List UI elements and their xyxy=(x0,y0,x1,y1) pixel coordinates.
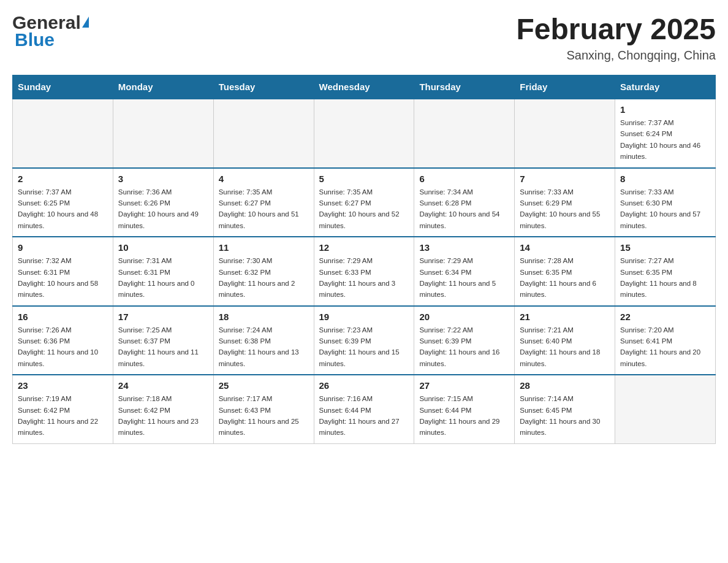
table-row xyxy=(414,99,515,168)
day-number: 24 xyxy=(118,380,208,391)
day-number: 15 xyxy=(620,242,710,253)
day-number: 23 xyxy=(18,380,108,391)
day-number: 21 xyxy=(520,312,610,322)
table-row: 5Sunrise: 7:35 AMSunset: 6:27 PMDaylight… xyxy=(314,168,414,237)
day-info: Sunrise: 7:29 AMSunset: 6:34 PMDaylight:… xyxy=(419,255,509,301)
page-header: General Blue February 2025 Sanxing, Chon… xyxy=(12,12,716,63)
table-row xyxy=(113,99,213,168)
day-number: 8 xyxy=(620,174,710,184)
day-info: Sunrise: 7:34 AMSunset: 6:28 PMDaylight:… xyxy=(419,186,509,232)
table-row: 16Sunrise: 7:26 AMSunset: 6:36 PMDayligh… xyxy=(13,306,113,375)
day-info: Sunrise: 7:35 AMSunset: 6:27 PMDaylight:… xyxy=(219,186,309,232)
day-info: Sunrise: 7:33 AMSunset: 6:29 PMDaylight:… xyxy=(520,186,610,232)
week-row-4: 16Sunrise: 7:26 AMSunset: 6:36 PMDayligh… xyxy=(13,306,716,375)
day-number: 26 xyxy=(319,380,409,391)
col-saturday: Saturday xyxy=(615,75,716,99)
table-row: 6Sunrise: 7:34 AMSunset: 6:28 PMDaylight… xyxy=(414,168,515,237)
logo-blue-text: Blue xyxy=(12,29,55,50)
day-info: Sunrise: 7:23 AMSunset: 6:39 PMDaylight:… xyxy=(319,324,409,370)
day-number: 12 xyxy=(319,242,409,253)
day-info: Sunrise: 7:37 AMSunset: 6:25 PMDaylight:… xyxy=(18,186,108,232)
week-row-2: 2Sunrise: 7:37 AMSunset: 6:25 PMDaylight… xyxy=(13,168,716,237)
day-info: Sunrise: 7:20 AMSunset: 6:41 PMDaylight:… xyxy=(620,324,710,370)
day-info: Sunrise: 7:26 AMSunset: 6:36 PMDaylight:… xyxy=(18,324,108,370)
table-row: 24Sunrise: 7:18 AMSunset: 6:42 PMDayligh… xyxy=(113,375,213,443)
day-info: Sunrise: 7:18 AMSunset: 6:42 PMDaylight:… xyxy=(118,393,208,439)
day-number: 4 xyxy=(219,174,309,184)
day-number: 27 xyxy=(419,380,509,391)
table-row: 19Sunrise: 7:23 AMSunset: 6:39 PMDayligh… xyxy=(314,306,414,375)
day-number: 10 xyxy=(118,242,208,253)
day-info: Sunrise: 7:32 AMSunset: 6:31 PMDaylight:… xyxy=(18,255,108,301)
day-number: 14 xyxy=(520,242,610,253)
col-friday: Friday xyxy=(515,75,615,99)
table-row: 4Sunrise: 7:35 AMSunset: 6:27 PMDaylight… xyxy=(213,168,314,237)
table-row: 26Sunrise: 7:16 AMSunset: 6:44 PMDayligh… xyxy=(314,375,414,443)
day-number: 5 xyxy=(319,174,409,184)
table-row: 25Sunrise: 7:17 AMSunset: 6:43 PMDayligh… xyxy=(213,375,314,443)
day-info: Sunrise: 7:33 AMSunset: 6:30 PMDaylight:… xyxy=(620,186,710,232)
day-info: Sunrise: 7:37 AMSunset: 6:24 PMDaylight:… xyxy=(620,117,710,163)
day-info: Sunrise: 7:21 AMSunset: 6:40 PMDaylight:… xyxy=(520,324,610,370)
table-row: 9Sunrise: 7:32 AMSunset: 6:31 PMDaylight… xyxy=(13,237,113,306)
day-info: Sunrise: 7:17 AMSunset: 6:43 PMDaylight:… xyxy=(219,393,309,439)
day-info: Sunrise: 7:29 AMSunset: 6:33 PMDaylight:… xyxy=(319,255,409,301)
table-row: 17Sunrise: 7:25 AMSunset: 6:37 PMDayligh… xyxy=(113,306,213,375)
day-number: 11 xyxy=(219,242,309,253)
table-row xyxy=(13,99,113,168)
day-info: Sunrise: 7:30 AMSunset: 6:32 PMDaylight:… xyxy=(219,255,309,301)
day-info: Sunrise: 7:16 AMSunset: 6:44 PMDaylight:… xyxy=(319,393,409,439)
day-info: Sunrise: 7:24 AMSunset: 6:38 PMDaylight:… xyxy=(219,324,309,370)
table-row: 13Sunrise: 7:29 AMSunset: 6:34 PMDayligh… xyxy=(414,237,515,306)
day-info: Sunrise: 7:31 AMSunset: 6:31 PMDaylight:… xyxy=(118,255,208,301)
day-number: 1 xyxy=(620,104,710,115)
table-row: 11Sunrise: 7:30 AMSunset: 6:32 PMDayligh… xyxy=(213,237,314,306)
location-subtitle: Sanxing, Chongqing, China xyxy=(516,48,716,63)
table-row xyxy=(213,99,314,168)
day-number: 9 xyxy=(18,242,108,253)
day-info: Sunrise: 7:27 AMSunset: 6:35 PMDaylight:… xyxy=(620,255,710,301)
day-number: 3 xyxy=(118,174,208,184)
day-number: 6 xyxy=(419,174,509,184)
week-row-5: 23Sunrise: 7:19 AMSunset: 6:42 PMDayligh… xyxy=(13,375,716,443)
day-info: Sunrise: 7:19 AMSunset: 6:42 PMDaylight:… xyxy=(18,393,108,439)
table-row: 7Sunrise: 7:33 AMSunset: 6:29 PMDaylight… xyxy=(515,168,615,237)
day-number: 2 xyxy=(18,174,108,184)
day-info: Sunrise: 7:25 AMSunset: 6:37 PMDaylight:… xyxy=(118,324,208,370)
table-row: 12Sunrise: 7:29 AMSunset: 6:33 PMDayligh… xyxy=(314,237,414,306)
table-row: 23Sunrise: 7:19 AMSunset: 6:42 PMDayligh… xyxy=(13,375,113,443)
table-row: 8Sunrise: 7:33 AMSunset: 6:30 PMDaylight… xyxy=(615,168,716,237)
table-row xyxy=(314,99,414,168)
day-info: Sunrise: 7:15 AMSunset: 6:44 PMDaylight:… xyxy=(419,393,509,439)
table-row xyxy=(615,375,716,443)
table-row xyxy=(515,99,615,168)
day-number: 19 xyxy=(319,312,409,322)
table-row: 3Sunrise: 7:36 AMSunset: 6:26 PMDaylight… xyxy=(113,168,213,237)
day-number: 20 xyxy=(419,312,509,322)
table-row: 20Sunrise: 7:22 AMSunset: 6:39 PMDayligh… xyxy=(414,306,515,375)
calendar-table: Sunday Monday Tuesday Wednesday Thursday… xyxy=(12,75,716,444)
col-sunday: Sunday xyxy=(13,75,113,99)
logo: General Blue xyxy=(12,12,89,50)
day-number: 7 xyxy=(520,174,610,184)
day-info: Sunrise: 7:36 AMSunset: 6:26 PMDaylight:… xyxy=(118,186,208,232)
day-number: 17 xyxy=(118,312,208,322)
day-number: 22 xyxy=(620,312,710,322)
table-row: 2Sunrise: 7:37 AMSunset: 6:25 PMDaylight… xyxy=(13,168,113,237)
day-info: Sunrise: 7:14 AMSunset: 6:45 PMDaylight:… xyxy=(520,393,610,439)
table-row: 18Sunrise: 7:24 AMSunset: 6:38 PMDayligh… xyxy=(213,306,314,375)
table-row: 14Sunrise: 7:28 AMSunset: 6:35 PMDayligh… xyxy=(515,237,615,306)
day-info: Sunrise: 7:35 AMSunset: 6:27 PMDaylight:… xyxy=(319,186,409,232)
day-number: 18 xyxy=(219,312,309,322)
week-row-3: 9Sunrise: 7:32 AMSunset: 6:31 PMDaylight… xyxy=(13,237,716,306)
table-row: 27Sunrise: 7:15 AMSunset: 6:44 PMDayligh… xyxy=(414,375,515,443)
col-tuesday: Tuesday xyxy=(213,75,314,99)
table-row: 10Sunrise: 7:31 AMSunset: 6:31 PMDayligh… xyxy=(113,237,213,306)
table-row: 21Sunrise: 7:21 AMSunset: 6:40 PMDayligh… xyxy=(515,306,615,375)
table-row: 1Sunrise: 7:37 AMSunset: 6:24 PMDaylight… xyxy=(615,99,716,168)
day-number: 28 xyxy=(520,380,610,391)
calendar-header-row: Sunday Monday Tuesday Wednesday Thursday… xyxy=(13,75,716,99)
table-row: 22Sunrise: 7:20 AMSunset: 6:41 PMDayligh… xyxy=(615,306,716,375)
day-number: 25 xyxy=(219,380,309,391)
col-wednesday: Wednesday xyxy=(314,75,414,99)
